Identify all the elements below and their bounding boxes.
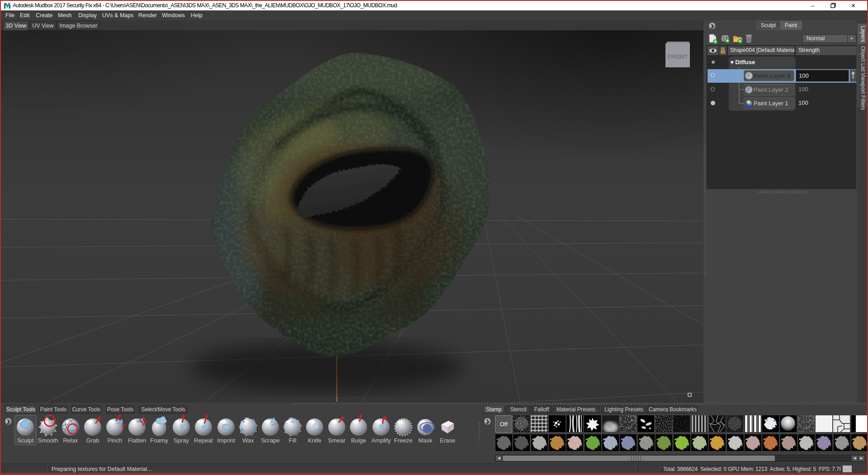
svg-text:FRONT: FRONT — [668, 53, 688, 60]
